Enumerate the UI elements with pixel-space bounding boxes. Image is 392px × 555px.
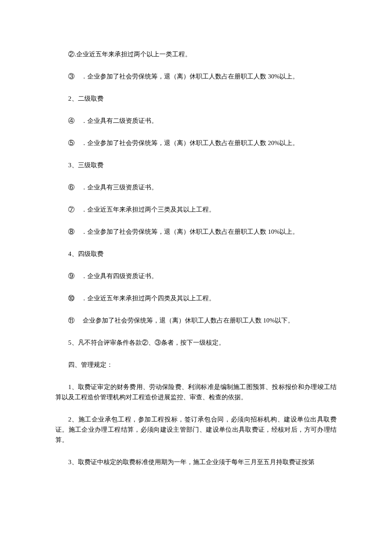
doc-paragraph-2: 2、施工企业承包工程，参加工程投标，签订承包合同，必须向招标机构、建设单位出具取… xyxy=(55,414,337,445)
doc-line-7: ⑥ ．企业具有三级资质证书。 xyxy=(55,182,337,192)
doc-line-6: 3、三级取费 xyxy=(55,160,337,170)
doc-line-8: ⑦ ．企业近五年来承担过两个三类及其以上工程。 xyxy=(55,204,337,215)
doc-line-15: 四、管理规定： xyxy=(55,360,337,370)
doc-line-13: ⑪ 企业参加了社会劳保统筹，退（离）休职工人数占在册职工人数 10%以下。 xyxy=(55,315,337,325)
doc-line-5: ⑤ ．企业参加了社会劳保统筹，退（离）休职工人数占在册职工人数 20%以上。 xyxy=(55,138,337,148)
doc-paragraph-3: 3、取费证中核定的取费标准使用期为一年，施工企业须于每年三月至五月持取费证按第 xyxy=(55,457,337,467)
doc-line-3: 2、二级取费 xyxy=(55,93,337,104)
doc-line-9: ⑧ ．企业参加了社会劳保统筹，退（离）休职工人数占在册职工人数 10%以上。 xyxy=(55,227,337,237)
doc-line-1: ②.企业近五年来承担过两个以上一类工程。 xyxy=(55,49,337,59)
doc-line-11: ⑨ ．企业具有四级资质证书。 xyxy=(55,271,337,281)
doc-line-2: ③ ．企业参加了社会劳保统筹，退（离）休职工人数占在册职工人数 30%以上。 xyxy=(55,71,337,81)
doc-line-12: ⑩ ．企业近五年来承担过两个四类及其以上工程。 xyxy=(55,293,337,303)
doc-line-4: ④ ．企业具有二级资质证书。 xyxy=(55,116,337,126)
doc-line-14: 5、凡不符合评审条件各款②、③条者，按下一级核定。 xyxy=(55,337,337,348)
doc-paragraph-1: 1、取费证审定的财务费用、劳动保险费、利润标准是编制施工图预算、投标报价和办理竣… xyxy=(55,382,337,402)
doc-line-10: 4、四级取费 xyxy=(55,249,337,259)
